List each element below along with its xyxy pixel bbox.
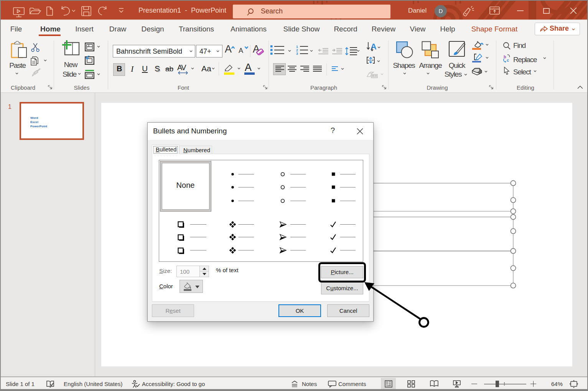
svg-text:b: b xyxy=(504,54,506,59)
svg-text:c: c xyxy=(507,58,509,62)
svg-text:3: 3 xyxy=(296,52,298,55)
